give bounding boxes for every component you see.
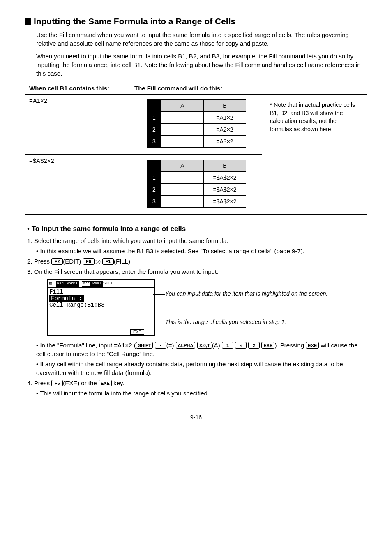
shift-key-icon: SHIFT: [136, 342, 153, 349]
f6-key-icon-2: F6: [51, 380, 63, 386]
screen-callout-row: ▤ RadNorm1 d/cRealSHEET Fill Formula : C…: [25, 279, 367, 336]
alpha-key-icon: ALPHA: [176, 342, 196, 349]
mult-key-icon: ×: [235, 342, 247, 349]
note-text: * Note that in actual practice cells B1,…: [266, 97, 363, 137]
screen-formula: Formula :: [49, 295, 84, 302]
col-header-2: The Fill command will do this:: [130, 82, 367, 95]
step-3a: • In the "Formula" line, input =A1×2 (SH…: [36, 341, 367, 358]
row1-formula: =A1×2: [25, 95, 130, 155]
step-1a: • In this example we will assume the B1:…: [36, 247, 367, 255]
calculator-screen: ▤ RadNorm1 d/cRealSHEET Fill Formula : C…: [47, 279, 155, 336]
callout-2: This is the range of cells you selected …: [165, 319, 367, 325]
intro-p1: Use the Fill command when you want to in…: [36, 30, 367, 48]
screen-range: Cell Range:B1:B3: [49, 302, 153, 308]
step-4: 4. Press F6(EXE) or the EXE key.: [27, 379, 367, 387]
f2-key-icon: F2: [51, 258, 63, 265]
exe-key-icon-2: EXE: [306, 342, 319, 349]
screen-exe-button: EXE: [130, 329, 144, 335]
f1-key-icon: F1: [102, 258, 114, 265]
mini-table-2: AB 1=$A$2×2 2=$A$2×2 3=$A$2×2: [147, 160, 246, 208]
mini-table-1: AB 1=A1×2 2=A2×2 3=A3×2: [147, 99, 246, 148]
exe-key-icon: EXE: [261, 342, 274, 349]
one-key-icon: 1: [222, 342, 233, 349]
row2-formula: =$A$2×2: [25, 155, 130, 215]
callout-1: You can input data for the item that is …: [165, 290, 367, 297]
step-4a: • This will input the formula into the r…: [36, 389, 367, 398]
step-1: 1. Select the range of cells into which …: [27, 236, 367, 245]
row1-result: AB 1=A1×2 2=A2×2 3=A3×2: [130, 95, 262, 155]
xot-key-icon: X,θ,T: [197, 342, 212, 349]
screen-fill: Fill: [49, 289, 153, 295]
col-header-1: When cell B1 contains this:: [25, 82, 130, 95]
comparison-table: When cell B1 contains this: The Fill com…: [25, 82, 367, 215]
step-3: 3. On the Fill screen that appears, ente…: [27, 267, 367, 276]
section-heading: Inputting the Same Formula into a Range …: [25, 16, 367, 26]
square-bullet-icon: [25, 18, 31, 25]
f6-key-icon: F6: [83, 258, 95, 265]
heading-text: Inputting the Same Formula into a Range …: [34, 16, 235, 26]
two-key-icon: 2: [248, 342, 260, 349]
row2-result: AB 1=$A$2×2 2=$A$2×2 3=$A$2×2: [130, 155, 262, 215]
dot-key-icon: •: [155, 342, 166, 349]
side-note: * Note that in actual practice cells B1,…: [262, 95, 367, 215]
exe-key-icon-3: EXE: [99, 380, 112, 386]
intro-p2: When you need to input the same formula …: [36, 52, 367, 78]
page-number: 9-16: [25, 414, 367, 421]
subsection-heading: • To input the same formula into a range…: [27, 225, 367, 233]
step-3b: • If any cell within the cell range alre…: [36, 360, 367, 377]
screen-topbar: ▤ RadNorm1 d/cRealSHEET: [48, 280, 154, 288]
step-2: 2. Press F2(EDIT) F6(▷) F1(FILL).: [27, 257, 367, 266]
